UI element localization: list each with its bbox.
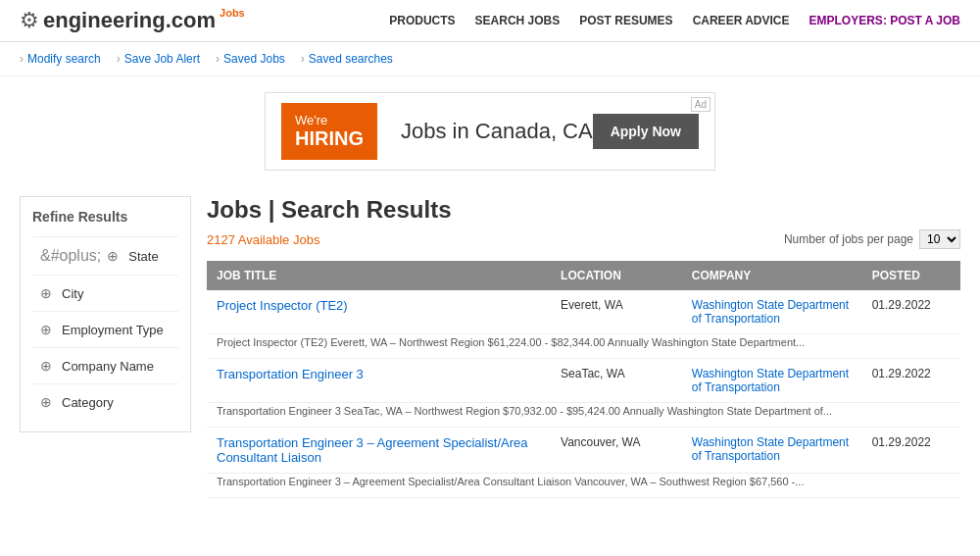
sidebar: Refine Results &#oplus; ⊕ State ⊕ City ⊕…: [20, 196, 191, 498]
available-jobs-count: 2127 Available Jobs: [207, 232, 319, 247]
breadcrumb-saved-jobs[interactable]: Saved Jobs: [216, 52, 285, 66]
breadcrumb-modify-search[interactable]: Modify search: [20, 52, 101, 66]
col-header-location: LOCATION: [551, 261, 682, 290]
logo-text: engineering.com: [43, 8, 216, 33]
per-page-label: Number of jobs per page: [784, 232, 913, 246]
gear-icon: ⚙: [20, 8, 39, 33]
main-nav: PRODUCTS SEARCH JOBS POST RESUMES CAREER…: [389, 14, 960, 27]
circle-plus-company: ⊕: [40, 358, 52, 374]
job-company-link[interactable]: Washington State Department of Transport…: [692, 435, 849, 463]
filter-employment-type[interactable]: ⊕ Employment Type: [32, 311, 178, 347]
nav-search-jobs[interactable]: SEARCH JOBS: [475, 14, 561, 27]
per-page-select[interactable]: 10 20 30 50: [919, 229, 960, 249]
table-row: Transportation Engineer 3 SeaTac, WA – N…: [207, 403, 960, 428]
job-title-link[interactable]: Transportation Engineer 3: [217, 367, 364, 381]
filter-category-label: Category: [62, 395, 114, 410]
results-meta: 2127 Available Jobs Number of jobs per p…: [207, 229, 960, 249]
ad-apply-button[interactable]: Apply Now: [593, 114, 699, 149]
circle-plus-category: ⊕: [40, 394, 52, 410]
job-posted-cell: 01.29.2022: [862, 290, 960, 334]
nav-products[interactable]: PRODUCTS: [389, 14, 455, 27]
circle-plus-city: ⊕: [40, 285, 52, 301]
logo-jobs-tag: Jobs: [220, 7, 245, 19]
filter-company-name[interactable]: ⊕ Company Name: [32, 347, 178, 383]
col-header-company: COMPANY: [682, 261, 862, 290]
job-company-cell: Washington State Department of Transport…: [682, 359, 862, 403]
filter-category[interactable]: ⊕ Category: [32, 383, 178, 420]
breadcrumb-save-job-alert[interactable]: Save Job Alert: [117, 52, 200, 66]
header: ⚙ engineering.com Jobs PRODUCTS SEARCH J…: [0, 0, 980, 42]
job-company-link[interactable]: Washington State Department of Transport…: [692, 298, 849, 326]
results-area: Jobs | Search Results 2127 Available Job…: [191, 196, 960, 498]
table-row: Project Inspector (TE2) Everett, WA – No…: [207, 334, 960, 359]
breadcrumb-saved-searches[interactable]: Saved searches: [301, 52, 393, 66]
filter-employment-label: Employment Type: [62, 323, 164, 337]
filter-city[interactable]: ⊕ City: [32, 275, 178, 311]
jobs-table: JOB TITLE LOCATION COMPANY POSTED Projec…: [207, 261, 960, 498]
page-title: Jobs | Search Results: [207, 196, 960, 224]
sidebar-inner: Refine Results &#oplus; ⊕ State ⊕ City ⊕…: [20, 196, 191, 432]
filter-state-label: State: [128, 249, 158, 264]
job-description: Project Inspector (TE2) Everett, WA – No…: [207, 334, 960, 359]
nav-employers-post-job[interactable]: EMPLOYERS: POST A JOB: [809, 14, 960, 27]
job-posted-cell: 01.29.2022: [862, 359, 960, 403]
filter-company-label: Company Name: [62, 359, 154, 374]
ad-hiring-text: We're HIRING: [281, 103, 377, 160]
jobs-per-page-control: Number of jobs per page 10 20 30 50: [784, 229, 960, 249]
ad-banner: Ad We're HIRING Jobs in Canada, CA Apply…: [265, 92, 715, 171]
table-row: Transportation Engineer 3 SeaTac, WA Was…: [207, 359, 960, 403]
circle-plus-state: ⊕: [107, 248, 119, 264]
filter-state[interactable]: &#oplus; ⊕ State: [32, 236, 178, 275]
job-posted-cell: 01.29.2022: [862, 428, 960, 474]
job-location-cell: SeaTac, WA: [551, 359, 682, 403]
table-row: Transportation Engineer 3 – Agreement Sp…: [207, 474, 960, 498]
job-location-cell: Everett, WA: [551, 290, 682, 334]
col-header-posted: POSTED: [862, 261, 960, 290]
nav-post-resumes[interactable]: POST RESUMES: [579, 14, 672, 27]
job-description: Transportation Engineer 3 SeaTac, WA – N…: [207, 403, 960, 428]
table-row: Transportation Engineer 3 – Agreement Sp…: [207, 428, 960, 474]
job-description: Transportation Engineer 3 – Agreement Sp…: [207, 474, 960, 498]
job-title-cell: Transportation Engineer 3: [207, 359, 551, 403]
nav-career-advice[interactable]: CAREER ADVICE: [693, 14, 790, 27]
breadcrumb: Modify search Save Job Alert Saved Jobs …: [0, 42, 980, 76]
logo: ⚙ engineering.com Jobs: [20, 8, 245, 33]
job-title-link[interactable]: Project Inspector (TE2): [217, 298, 348, 313]
ad-main-text: Jobs in Canada, CA: [401, 119, 593, 144]
job-title-cell: Transportation Engineer 3 – Agreement Sp…: [207, 428, 551, 474]
col-header-title: JOB TITLE: [207, 261, 551, 290]
job-title-link[interactable]: Transportation Engineer 3 – Agreement Sp…: [217, 435, 527, 465]
sidebar-title: Refine Results: [32, 209, 178, 225]
filter-city-label: City: [62, 286, 83, 301]
plus-icon-state: &#oplus;: [40, 247, 101, 265]
job-title-cell: Project Inspector (TE2): [207, 290, 551, 334]
main-layout: Refine Results &#oplus; ⊕ State ⊕ City ⊕…: [0, 186, 980, 508]
job-company-link[interactable]: Washington State Department of Transport…: [692, 367, 849, 394]
circle-plus-employment: ⊕: [40, 322, 52, 337]
job-company-cell: Washington State Department of Transport…: [682, 290, 862, 334]
job-location-cell: Vancouver, WA: [551, 428, 682, 474]
table-row: Project Inspector (TE2) Everett, WA Wash…: [207, 290, 960, 334]
ad-badge: Ad: [691, 97, 710, 112]
job-company-cell: Washington State Department of Transport…: [682, 428, 862, 474]
